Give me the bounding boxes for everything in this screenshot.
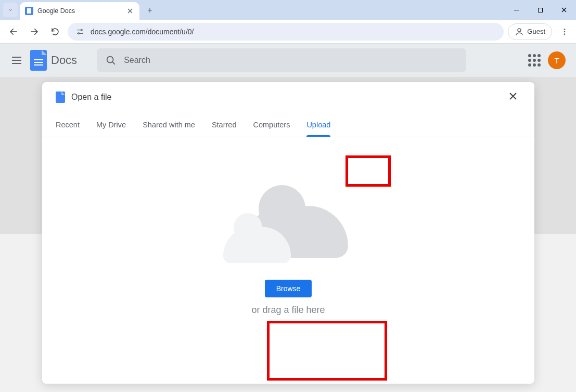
minimize-button[interactable] (504, 0, 528, 20)
svg-point-5 (564, 31, 566, 32)
close-icon (561, 7, 567, 13)
tab-computers[interactable]: Computers (253, 112, 290, 137)
docs-logo-icon (30, 50, 47, 71)
dialog-header: Open a file (42, 82, 534, 112)
svg-point-3 (518, 29, 521, 32)
docs-app-title: Docs (51, 54, 77, 67)
dialog-tabs: Recent My Drive Shared with me Starred C… (42, 112, 534, 137)
svg-point-2 (78, 33, 80, 34)
url-text: docs.google.com/document/u/0/ (91, 28, 194, 36)
search-icon (105, 55, 117, 66)
docs-favicon-icon (25, 7, 33, 15)
minimize-icon (514, 7, 519, 13)
tab-upload[interactable]: Upload (306, 112, 330, 137)
kebab-icon (560, 28, 569, 36)
open-file-dialog: Open a file Recent My Drive Shared with … (42, 82, 534, 384)
upload-dropzone[interactable]: Browse or drag a file here (42, 137, 534, 384)
browse-button[interactable]: Browse (265, 280, 312, 297)
back-button[interactable] (5, 23, 22, 40)
browser-chrome: Google Docs + docs.google.com/document/u… (0, 0, 576, 44)
arrow-left-icon (9, 27, 18, 36)
docs-app: Docs Search T Open a file Recent My D (0, 44, 576, 392)
account-avatar[interactable]: T (548, 51, 566, 69)
tab-starred[interactable]: Starred (212, 112, 237, 137)
browser-menu-button[interactable] (556, 23, 573, 40)
maximize-icon (537, 7, 543, 13)
svg-point-4 (564, 29, 566, 30)
cloud-illustration (223, 190, 353, 268)
avatar-initial: T (554, 56, 559, 65)
browser-tab[interactable]: Google Docs (20, 2, 139, 20)
maximize-button[interactable] (528, 0, 552, 20)
tab-shared-with-me[interactable]: Shared with me (143, 112, 195, 137)
svg-rect-0 (538, 8, 542, 12)
tab-strip: Google Docs + (0, 0, 576, 20)
window-close-button[interactable] (552, 0, 576, 20)
google-apps-button[interactable] (528, 54, 541, 67)
profile-chip[interactable]: Guest (508, 23, 552, 40)
tab-recent[interactable]: Recent (56, 112, 80, 137)
browser-toolbar: docs.google.com/document/u/0/ Guest (0, 20, 576, 43)
docs-header-right: T (528, 51, 566, 69)
close-icon (127, 8, 133, 14)
dialog-close-button[interactable] (505, 88, 521, 106)
main-menu-button[interactable] (10, 54, 23, 67)
tab-search-button[interactable] (3, 3, 18, 17)
person-icon (515, 27, 524, 36)
dialog-title: Open a file (71, 93, 111, 102)
chevron-down-icon (7, 7, 14, 13)
address-bar[interactable]: docs.google.com/document/u/0/ (68, 23, 504, 41)
reload-icon (50, 27, 60, 36)
new-tab-button[interactable]: + (143, 3, 157, 18)
docs-logo[interactable]: Docs (30, 50, 77, 71)
tab-my-drive[interactable]: My Drive (96, 112, 126, 137)
tune-icon (76, 28, 84, 36)
svg-point-1 (81, 29, 82, 31)
document-icon (56, 92, 65, 103)
site-info-icon[interactable] (75, 27, 85, 37)
svg-point-6 (564, 33, 566, 35)
forward-button[interactable] (26, 23, 43, 40)
window-controls (504, 0, 576, 20)
reload-button[interactable] (47, 23, 63, 40)
search-placeholder: Search (124, 56, 150, 65)
arrow-right-icon (30, 27, 39, 36)
docs-header: Docs Search T (0, 44, 576, 77)
search-bar[interactable]: Search (97, 48, 466, 72)
drag-hint-text: or drag a file here (251, 305, 325, 316)
tab-title: Google Docs (37, 7, 122, 15)
profile-label: Guest (527, 28, 545, 35)
close-icon (508, 92, 518, 101)
tab-close-button[interactable] (126, 7, 134, 15)
